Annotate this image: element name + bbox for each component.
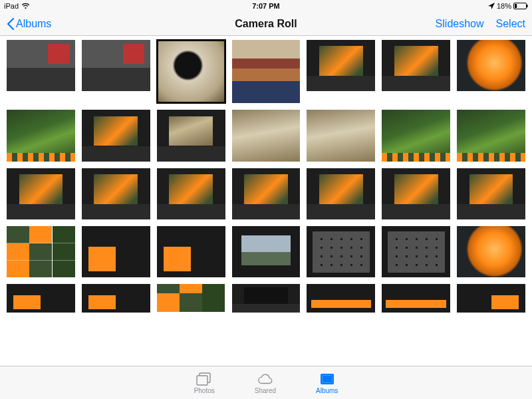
photo-thumbnail[interactable] [232, 168, 301, 219]
photo-thumbnail[interactable] [382, 226, 450, 277]
photo-thumbnail[interactable] [457, 110, 525, 161]
photos-icon [196, 372, 213, 386]
photo-thumbnail[interactable] [232, 226, 301, 277]
photo-thumbnail[interactable] [157, 40, 225, 103]
photo-thumbnail[interactable] [157, 226, 225, 277]
photo-thumbnail[interactable] [232, 284, 301, 313]
photo-thumbnail[interactable] [307, 168, 375, 219]
status-left: iPad [4, 2, 30, 10]
photo-thumbnail[interactable] [7, 110, 75, 161]
photo-thumbnail[interactable] [382, 40, 450, 91]
photo-thumbnail[interactable] [307, 284, 375, 313]
photo-grid-container[interactable] [0, 36, 532, 366]
device-label: iPad [4, 2, 19, 10]
svg-rect-7 [322, 375, 332, 382]
svg-rect-1 [527, 5, 528, 7]
svg-rect-2 [515, 4, 517, 8]
cloud-icon [257, 372, 274, 386]
back-button[interactable]: Albums [7, 18, 51, 30]
photo-thumbnail[interactable] [457, 40, 525, 91]
albums-icon [319, 372, 336, 386]
photo-thumbnail[interactable] [82, 284, 150, 313]
tab-label: Albums [316, 387, 338, 394]
status-bar: iPad 7:07 PM 18% [0, 0, 532, 12]
back-label: Albums [16, 18, 51, 30]
photo-thumbnail[interactable] [82, 168, 150, 219]
photo-grid [7, 40, 525, 313]
photo-thumbnail[interactable] [382, 284, 450, 313]
photo-thumbnail[interactable] [232, 40, 301, 103]
photo-thumbnail[interactable] [457, 168, 525, 219]
photo-thumbnail[interactable] [307, 110, 375, 161]
slideshow-button[interactable]: Slideshow [436, 18, 484, 30]
status-right: 18% [488, 2, 528, 10]
page-title: Camera Roll [235, 18, 297, 30]
wifi-icon [21, 3, 30, 9]
svg-rect-4 [197, 376, 207, 385]
photo-thumbnail[interactable] [382, 110, 450, 161]
photo-thumbnail[interactable] [82, 110, 150, 161]
tab-shared[interactable]: Shared [255, 372, 276, 394]
photo-thumbnail[interactable] [307, 226, 375, 277]
photo-thumbnail[interactable] [457, 284, 525, 313]
tab-photos[interactable]: Photos [194, 372, 215, 394]
select-button[interactable]: Select [496, 18, 525, 30]
photo-thumbnail[interactable] [7, 40, 75, 91]
battery-percent: 18% [497, 2, 511, 10]
photo-thumbnail[interactable] [7, 284, 75, 313]
photo-thumbnail[interactable] [382, 168, 450, 219]
photo-thumbnail[interactable] [82, 40, 150, 91]
chevron-left-icon [7, 18, 15, 30]
tab-bar: Photos Shared Albums [0, 366, 532, 399]
photo-thumbnail[interactable] [307, 40, 375, 91]
photo-thumbnail[interactable] [157, 284, 225, 313]
tab-label: Shared [255, 387, 276, 394]
status-time: 7:07 PM [252, 2, 280, 10]
tab-albums[interactable]: Albums [316, 372, 338, 394]
photo-thumbnail[interactable] [232, 110, 301, 161]
photo-thumbnail[interactable] [457, 226, 525, 277]
photo-thumbnail[interactable] [7, 168, 75, 219]
photo-thumbnail[interactable] [157, 168, 225, 219]
navigation-bar: Albums Camera Roll Slideshow Select [0, 12, 532, 36]
location-icon [488, 3, 495, 9]
photo-thumbnail[interactable] [82, 226, 150, 277]
photo-thumbnail[interactable] [157, 110, 225, 161]
battery-icon [513, 3, 528, 9]
photo-thumbnail[interactable] [7, 226, 75, 277]
tab-label: Photos [194, 387, 215, 394]
